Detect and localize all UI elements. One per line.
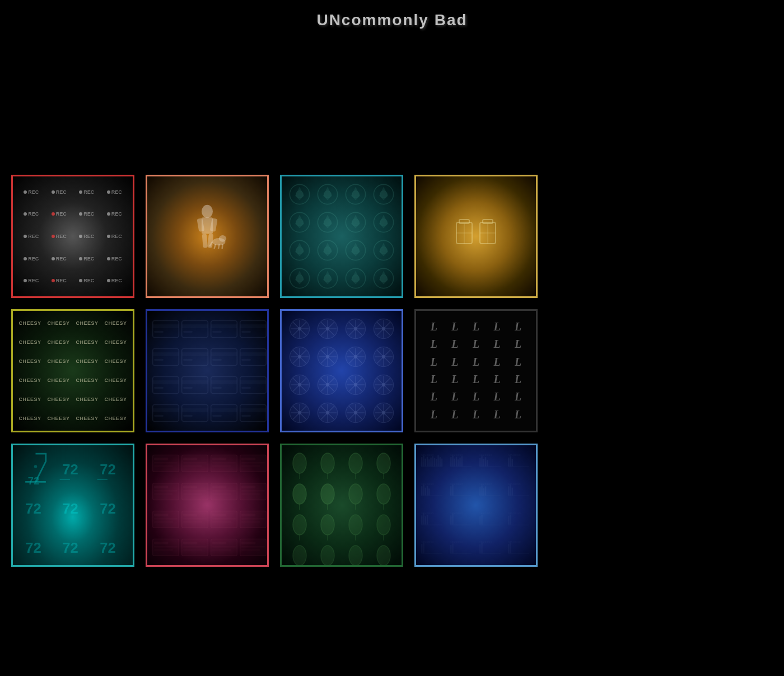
svg-rect-82 [211, 376, 237, 393]
svg-rect-90 [154, 414, 164, 416]
card-gold-luggage[interactable] [414, 175, 538, 298]
svg-rect-309 [432, 456, 433, 467]
svg-rect-372 [479, 524, 501, 525]
svg-point-27 [380, 219, 388, 226]
l-text: L [515, 408, 521, 421]
leaf-icon [288, 512, 311, 540]
l-text: L [515, 338, 521, 351]
svg-point-159 [326, 383, 329, 386]
svg-rect-375 [510, 514, 511, 524]
svg-point-41 [352, 275, 360, 282]
city-skyline-icon: SAN DIEGO [419, 448, 446, 475]
svg-text:SAN DIEGO: SAN DIEGO [479, 540, 492, 543]
card-green-leaf[interactable] [280, 444, 403, 567]
svg-rect-75 [241, 358, 251, 360]
svg-rect-244 [183, 518, 207, 520]
rec-pattern-icon [210, 534, 238, 561]
svg-rect-346 [452, 485, 453, 496]
svg-point-270 [293, 453, 306, 473]
card-city-blue[interactable]: SAN DIEGO [414, 444, 538, 567]
credit-card-icon [181, 399, 209, 426]
l-text: L [493, 320, 500, 333]
svg-rect-72 [212, 358, 222, 360]
svg-rect-379 [423, 543, 424, 553]
rec-item: REC [79, 189, 94, 195]
card-rec-dark[interactable]: REC REC REC REC REC REC REC REC REC REC … [11, 175, 134, 298]
card-cheesy-pattern[interactable]: CHEESY CHEESY CHEESY CHEESY CHEESY CHEES… [11, 309, 134, 432]
svg-rect-358 [508, 495, 529, 496]
svg-rect-334 [510, 456, 511, 467]
l-text: L [493, 338, 500, 351]
svg-point-17 [352, 191, 360, 198]
svg-rect-384 [450, 553, 472, 554]
snowflake-icon [314, 399, 341, 426]
svg-point-195 [382, 411, 385, 414]
svg-rect-313 [440, 457, 441, 466]
pizza-icon [370, 209, 397, 236]
svg-point-0 [202, 205, 213, 218]
l-text: L [451, 338, 458, 351]
svg-rect-215 [212, 458, 226, 460]
svg-point-292 [377, 515, 390, 535]
svg-point-296 [321, 546, 334, 566]
svg-rect-63 [241, 330, 251, 332]
svg-rect-311 [436, 459, 437, 467]
svg-point-197 [34, 465, 38, 468]
pizza-icon [370, 265, 397, 292]
svg-rect-241 [154, 521, 172, 523]
city-skyline-icon: SAN DIEGO [419, 477, 446, 505]
card-pink-rec[interactable] [146, 444, 269, 567]
svg-rect-57 [183, 330, 193, 332]
svg-rect-376 [508, 524, 529, 525]
pizza-icon [286, 237, 313, 264]
cheesy-text: CHEESY [76, 416, 98, 421]
svg-rect-221 [241, 465, 260, 467]
svg-rect-252 [241, 518, 265, 520]
svg-rect-326 [479, 458, 480, 467]
card-orange-figure[interactable] [146, 175, 269, 298]
pizza-icon [342, 209, 369, 236]
svg-rect-83 [211, 380, 237, 384]
svg-rect-306 [427, 456, 428, 466]
rec-item: REC [24, 234, 39, 239]
svg-rect-355 [508, 486, 509, 495]
svg-rect-56 [182, 324, 208, 328]
card-72-teal[interactable]: 72 72 72 72 72 72 [11, 444, 134, 567]
svg-rect-307 [428, 459, 430, 466]
leaf-icon [316, 512, 339, 540]
cheesy-text: CHEESY [47, 416, 69, 421]
svg-point-171 [382, 383, 385, 386]
svg-rect-99 [241, 414, 251, 416]
svg-point-284 [377, 484, 390, 504]
svg-point-117 [354, 327, 357, 330]
svg-rect-67 [182, 348, 208, 365]
svg-rect-85 [240, 376, 267, 393]
svg-rect-62 [240, 324, 267, 328]
svg-rect-345 [450, 486, 451, 495]
svg-rect-96 [212, 414, 222, 416]
rec-pattern-icon [239, 534, 267, 561]
rec-pattern-icon [181, 506, 209, 533]
item-72: 72 [55, 529, 90, 566]
card-credit-card-blue[interactable] [146, 309, 269, 432]
svg-text:72: 72 [100, 501, 116, 516]
gallery-row-1: REC REC REC REC REC REC REC REC REC REC … [0, 169, 784, 304]
l-text: L [493, 390, 500, 403]
card-pizza-teal[interactable] [280, 175, 403, 298]
credit-card-icon [210, 315, 238, 342]
l-text: L [493, 373, 500, 386]
svg-rect-383 [452, 544, 453, 553]
svg-rect-353 [479, 495, 501, 496]
svg-rect-66 [154, 358, 164, 360]
svg-point-105 [298, 327, 301, 330]
rec-pattern-icon [152, 506, 180, 533]
credit-card-icon [210, 371, 238, 398]
svg-rect-94 [211, 404, 237, 421]
card-badge-blue[interactable] [280, 309, 403, 432]
svg-rect-349 [479, 487, 480, 495]
rec-pattern-icon [239, 450, 267, 477]
card-l-pattern[interactable]: L L L L L L L L L L L L L L L L L [414, 309, 538, 432]
svg-rect-213 [183, 465, 202, 467]
credit-card-icon [210, 399, 238, 426]
city-skyline-icon: SAN DIEGO [506, 535, 533, 562]
